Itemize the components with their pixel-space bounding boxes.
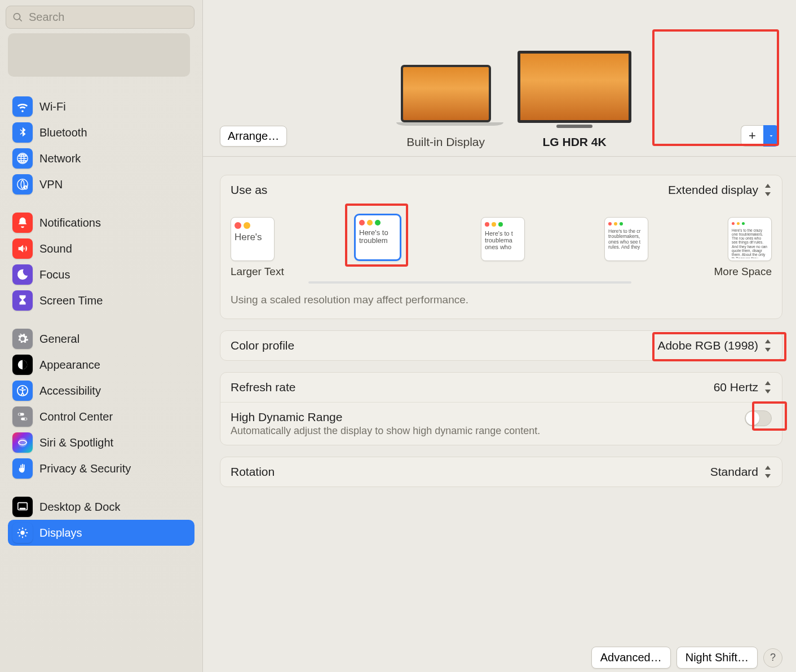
footer-buttons: Advanced… Night Shift… ? [591, 647, 782, 669]
sidebar-item-network[interactable]: Network [8, 145, 194, 171]
moon-icon [12, 264, 33, 285]
rotation-card: Rotation Standard [220, 457, 782, 487]
sidebar-item-bluetooth[interactable]: Bluetooth [8, 120, 194, 145]
sidebar-item-wi-fi[interactable]: Wi-Fi [8, 94, 194, 120]
globe-badge-icon [12, 174, 33, 194]
color-profile-label: Color profile [231, 339, 294, 352]
sidebar-item-focus[interactable]: Focus [8, 262, 194, 288]
scaling-performance-note: Using a scaled resolution may affect per… [231, 291, 772, 306]
display-external[interactable]: LG HDR 4K [518, 51, 631, 149]
resolution-slider-track [308, 281, 631, 284]
resolution-tile-4-text: Here's to the cr troublemakers, ones who… [608, 229, 644, 250]
accessibility-icon [12, 381, 33, 401]
sidebar-item-label: General [39, 333, 79, 346]
sidebar-item-label: Screen Time [39, 294, 103, 307]
sidebar-item-screen-time[interactable]: Screen Time [8, 288, 194, 313]
sidebar: Wi-FiBluetoothNetworkVPN NotificationsSo… [0, 0, 203, 672]
switches-icon [12, 406, 33, 427]
display-external-label: LG HDR 4K [542, 135, 606, 149]
sun-icon [12, 523, 33, 543]
sidebar-item-label: Network [39, 152, 81, 165]
refresh-rate-select[interactable]: 60 Hertz [714, 381, 772, 394]
sidebar-item-label: Displays [39, 527, 82, 540]
rotation-label: Rotation [231, 465, 275, 479]
sidebar-item-label: Control Center [39, 410, 113, 423]
hdr-label: High Dynamic Range [231, 410, 540, 424]
resolution-tile-5[interactable]: Here's to the crazy one troublemakers. T… [728, 217, 772, 261]
stepper-icon [764, 184, 772, 196]
sidebar-item-label: Privacy & Security [39, 462, 131, 475]
content: Arrange… Built-in Display LG HDR 4K + [203, 0, 796, 672]
bell-icon [12, 213, 33, 233]
resolution-tile-2[interactable]: Here's to troublem [354, 214, 401, 261]
sidebar-item-vpn[interactable]: VPN [8, 171, 194, 197]
help-button[interactable]: ? [763, 648, 782, 667]
resolution-tile-1[interactable]: Here's [231, 217, 275, 261]
sidebar-item-sound[interactable]: Sound [8, 236, 194, 262]
stepper-icon [764, 339, 772, 352]
sidebar-item-label: Siri & Spotlight [39, 436, 113, 449]
resolution-tile-3[interactable]: Here's to t troublema ones who [481, 217, 525, 261]
laptop-thumbnail [396, 65, 495, 130]
sidebar-item-label: Bluetooth [39, 126, 87, 139]
display-builtin-label: Built-in Display [406, 135, 485, 149]
more-space-label: More Space [714, 266, 772, 278]
color-profile-select[interactable]: Adobe RGB (1998) [657, 339, 772, 352]
sidebar-item-accessibility[interactable]: Accessibility [8, 378, 194, 404]
sidebar-item-label: Desktop & Dock [39, 501, 120, 514]
resolution-tile-1-text: Here's [235, 232, 271, 243]
rotation-value: Standard [710, 465, 758, 479]
sidebar-item-label: Sound [39, 242, 72, 255]
displays-header: Arrange… Built-in Display LG HDR 4K + [203, 0, 796, 157]
sidebar-item-label: Wi-Fi [39, 100, 66, 113]
resolution-tile-5-text: Here's to the crazy one troublemakers. T… [732, 228, 768, 258]
sidebar-item-control-center[interactable]: Control Center [8, 404, 194, 430]
hourglass-icon [12, 290, 33, 311]
svg-point-5 [19, 413, 21, 415]
color-profile-card: Color profile Adobe RGB (1998) [220, 330, 782, 361]
hdr-sublabel: Automatically adjust the display to show… [231, 425, 540, 437]
globe-icon [12, 148, 33, 169]
svg-point-7 [25, 418, 27, 420]
svg-point-3 [21, 387, 24, 390]
stepper-icon [764, 466, 772, 478]
monitor-thumbnail [518, 51, 631, 130]
wifi-icon [12, 96, 33, 117]
advanced-button[interactable]: Advanced… [591, 647, 671, 669]
sidebar-item-label: Appearance [39, 359, 100, 372]
display-builtin[interactable]: Built-in Display [396, 65, 495, 149]
stepper-icon [764, 381, 772, 394]
sidebar-item-label: Focus [39, 268, 70, 281]
search-field[interactable] [6, 6, 194, 29]
search-icon [12, 12, 23, 23]
refresh-rate-label: Refresh rate [231, 381, 296, 394]
night-shift-button[interactable]: Night Shift… [676, 647, 758, 669]
svg-point-11 [20, 530, 24, 534]
larger-text-label: Larger Text [231, 266, 284, 278]
rotation-select[interactable]: Standard [710, 465, 772, 479]
account-box[interactable] [8, 33, 190, 77]
sidebar-item-siri-spotlight[interactable]: Siri & Spotlight [8, 430, 194, 456]
sidebar-item-general[interactable]: General [8, 326, 194, 352]
hdr-toggle[interactable] [745, 410, 772, 426]
sidebar-item-displays[interactable]: Displays [8, 520, 194, 546]
sidebar-item-notifications[interactable]: Notifications [8, 210, 194, 236]
bluetooth-icon [12, 122, 33, 143]
resolution-tiles: Here's Here's to troublem Here's to t tr… [231, 214, 772, 261]
resolution-tile-4[interactable]: Here's to the cr troublemakers, ones who… [604, 217, 648, 261]
sidebar-item-desktop-dock[interactable]: Desktop & Dock [8, 494, 194, 520]
resolution-tile-3-text: Here's to t troublema ones who [485, 230, 521, 250]
appearance-icon [12, 355, 33, 375]
arrange-button[interactable]: Arrange… [220, 126, 287, 147]
speaker-icon [12, 238, 33, 259]
search-input[interactable] [29, 11, 194, 24]
svg-rect-10 [20, 508, 26, 510]
use-as-select[interactable]: Extended display [668, 183, 772, 197]
use-as-card: Use as Extended display Here's [220, 175, 782, 319]
color-profile-value: Adobe RGB (1998) [657, 339, 758, 352]
add-display-menu[interactable] [763, 125, 779, 147]
sidebar-item-privacy-security[interactable]: Privacy & Security [8, 456, 194, 481]
add-display-button[interactable]: + [741, 125, 763, 147]
hand-icon [12, 458, 33, 479]
sidebar-item-appearance[interactable]: Appearance [8, 352, 194, 378]
